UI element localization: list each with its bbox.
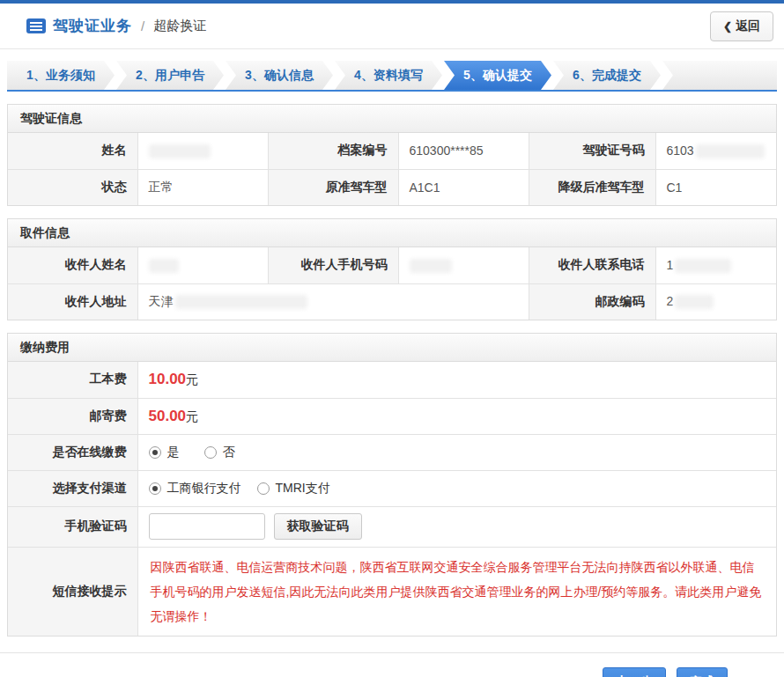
sms-notice-label: 短信接收提示 xyxy=(8,547,137,636)
recipient-phone-label: 收件人联系电话 xyxy=(529,247,655,283)
pickup-info-section: 取件信息 收件人姓名 收件人手机号码 收件人联系电话 1 收件人地址 天津 邮政… xyxy=(7,218,777,320)
finish-button[interactable]: 完成 xyxy=(677,667,728,677)
step-2-user-declaration[interactable]: 2、用户申告 xyxy=(116,61,224,90)
channel-tmri-label: TMRI支付 xyxy=(276,481,330,497)
redacted-value xyxy=(175,295,307,309)
step-5-confirm-submit[interactable]: 5、确认提交 xyxy=(444,61,551,90)
table-row: 工本费 10.00元 xyxy=(8,362,776,398)
postage-fee-unit: 元 xyxy=(186,409,198,423)
table-row: 手机验证码 获取验证码 xyxy=(8,506,776,547)
table-row: 邮寄费 50.00元 xyxy=(8,398,776,434)
license-info-section: 驾驶证信息 姓名 档案编号 610300****85 驾驶证号码 6103 状态… xyxy=(7,104,777,206)
pickup-info-table: 收件人姓名 收件人手机号码 收件人联系电话 1 收件人地址 天津 邮政编码 2 xyxy=(8,247,776,320)
table-row: 姓名 档案编号 610300****85 驾驶证号码 6103 xyxy=(8,133,776,169)
fees-table: 工本费 10.00元 邮寄费 50.00元 是否在线缴费 是 否 选择支付渠道 xyxy=(8,362,776,636)
pickup-info-title: 取件信息 xyxy=(8,219,776,247)
downgraded-class-value: C1 xyxy=(655,169,776,205)
payment-channel-label: 选择支付渠道 xyxy=(8,470,137,506)
step-filler xyxy=(662,61,777,90)
fees-section: 缴纳费用 工本费 10.00元 邮寄费 50.00元 是否在线缴费 是 否 xyxy=(7,333,777,637)
license-info-title: 驾驶证信息 xyxy=(8,105,776,133)
payment-channel-options: 工商银行支付 TMRI支付 xyxy=(137,470,776,506)
recipient-name-value xyxy=(137,247,268,283)
back-button[interactable]: ❮ 返回 xyxy=(710,11,773,41)
back-button-label: 返回 xyxy=(736,18,760,34)
sms-captcha-input[interactable] xyxy=(149,513,265,540)
redacted-value xyxy=(675,295,714,309)
file-number-label: 档案编号 xyxy=(268,133,398,169)
sms-notice-text-cell: 因陕西省联通、电信运营商技术问题，陕西省互联网交通安全综合服务管理平台无法向持陕… xyxy=(137,547,776,636)
recipient-address-label: 收件人地址 xyxy=(8,283,137,320)
fees-title: 缴纳费用 xyxy=(8,334,776,362)
recipient-mobile-label: 收件人手机号码 xyxy=(268,247,398,283)
online-payment-no-label: 否 xyxy=(223,445,235,460)
channel-tmri-option[interactable]: TMRI支付 xyxy=(257,481,330,497)
table-row: 收件人地址 天津 邮政编码 2 xyxy=(8,283,776,320)
radio-checked-icon[interactable] xyxy=(149,446,161,459)
page-title: 驾驶证业务 xyxy=(53,16,132,36)
recipient-phone-value: 1 xyxy=(655,247,776,283)
cost-fee-unit: 元 xyxy=(186,372,198,386)
step-3-confirm-info[interactable]: 3、确认信息 xyxy=(226,61,333,90)
header: 驾驶证业务 / 超龄换证 ❮ 返回 xyxy=(0,4,784,49)
breadcrumb-separator: / xyxy=(141,18,144,33)
status-label: 状态 xyxy=(8,169,137,205)
redacted-value xyxy=(410,259,452,273)
breadcrumb: 驾驶证业务 / 超龄换证 xyxy=(26,16,206,36)
license-list-icon xyxy=(26,18,46,33)
page-subtitle: 超龄换证 xyxy=(153,18,206,34)
table-row: 状态 正常 原准驾车型 A1C1 降级后准驾车型 C1 xyxy=(8,169,776,205)
postage-fee-amount: 50.00 xyxy=(149,408,187,424)
postage-fee-label: 邮寄费 xyxy=(8,398,137,434)
get-captcha-button[interactable]: 获取验证码 xyxy=(274,513,362,540)
sms-notice-text: 因陕西省联通、电信运营商技术问题，陕西省互联网交通安全综合服务管理平台无法向持陕… xyxy=(151,555,765,629)
original-class-label: 原准驾车型 xyxy=(268,169,398,205)
file-number-value: 610300****85 xyxy=(398,133,529,169)
table-row: 是否在线缴费 是 否 xyxy=(8,434,776,470)
online-payment-options: 是 否 xyxy=(137,434,776,470)
postal-code-value: 2 xyxy=(655,283,776,320)
cost-fee-value: 10.00元 xyxy=(137,362,776,398)
table-row: 收件人姓名 收件人手机号码 收件人联系电话 1 xyxy=(8,247,776,283)
status-value: 正常 xyxy=(137,169,268,205)
step-4-fill-materials[interactable]: 4、资料填写 xyxy=(335,61,442,90)
step-1-business-notice[interactable]: 1、业务须知 xyxy=(7,61,115,90)
recipient-name-label: 收件人姓名 xyxy=(8,247,137,283)
radio-checked-icon[interactable] xyxy=(149,482,161,495)
online-payment-yes-option[interactable]: 是 xyxy=(149,445,180,460)
recipient-mobile-value xyxy=(398,247,529,283)
cost-fee-label: 工本费 xyxy=(8,362,137,398)
postal-code-label: 邮政编码 xyxy=(529,283,655,320)
step-wizard: 1、业务须知 2、用户申告 3、确认信息 4、资料填写 5、确认提交 6、完成提… xyxy=(7,61,777,92)
redacted-value xyxy=(149,144,211,158)
table-row: 短信接收提示 因陕西省联通、电信运营商技术问题，陕西省互联网交通安全综合服务管理… xyxy=(8,547,776,636)
online-payment-yes-label: 是 xyxy=(167,445,180,460)
redacted-value xyxy=(696,144,765,158)
license-number-value: 6103 xyxy=(655,133,776,169)
redacted-value xyxy=(149,259,179,273)
sms-captcha-label: 手机验证码 xyxy=(8,506,137,547)
license-number-label: 驾驶证号码 xyxy=(529,133,655,169)
table-row: 选择支付渠道 工商银行支付 TMRI支付 xyxy=(8,470,776,506)
cost-fee-amount: 10.00 xyxy=(149,371,187,387)
license-info-table: 姓名 档案编号 610300****85 驾驶证号码 6103 状态 正常 原准… xyxy=(8,133,776,205)
original-class-value: A1C1 xyxy=(398,169,529,205)
radio-unchecked-icon[interactable] xyxy=(204,446,217,459)
postage-fee-value: 50.00元 xyxy=(137,398,776,434)
redacted-value xyxy=(675,259,731,273)
previous-step-button[interactable]: 上一步 xyxy=(603,667,666,677)
recipient-address-value: 天津 xyxy=(137,283,529,320)
name-label: 姓名 xyxy=(8,133,137,169)
radio-unchecked-icon[interactable] xyxy=(257,482,270,495)
footer-actions: 上一步 完成 xyxy=(0,652,784,677)
page: 驾驶证业务 / 超龄换证 ❮ 返回 1、业务须知 2、用户申告 3、确认信息 4… xyxy=(0,0,784,677)
online-payment-label: 是否在线缴费 xyxy=(8,434,137,470)
downgraded-class-label: 降级后准驾车型 xyxy=(529,169,655,205)
chevron-left-icon: ❮ xyxy=(723,20,732,33)
online-payment-no-option[interactable]: 否 xyxy=(204,445,235,460)
channel-icbc-label: 工商银行支付 xyxy=(167,481,241,497)
channel-icbc-option[interactable]: 工商银行支付 xyxy=(149,481,241,497)
step-6-complete-submit[interactable]: 6、完成提交 xyxy=(553,61,661,90)
sms-captcha-field: 获取验证码 xyxy=(137,506,776,547)
name-value xyxy=(137,133,268,169)
